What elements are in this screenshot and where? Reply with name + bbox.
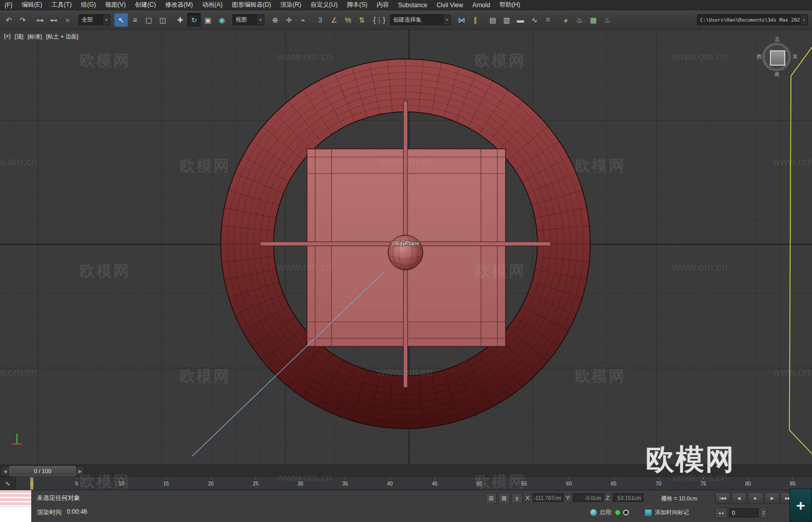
z-coordinate-field[interactable]: 53.151cm xyxy=(613,493,644,502)
curve-editor-icon[interactable]: ∿ xyxy=(528,13,541,27)
named-selection-sets-dropdown[interactable]: 创建选择集▾ xyxy=(390,14,451,25)
reference-coordinate-dropdown[interactable]: 视图▾ xyxy=(233,14,264,25)
absolute-offset-mode-toggle[interactable]: ± xyxy=(511,493,523,504)
render-production-icon[interactable]: ♨ xyxy=(601,13,614,27)
render-setup-icon[interactable]: ♨ xyxy=(573,13,586,27)
menu-item-tools[interactable]: 工具(T) xyxy=(47,0,76,10)
select-and-link-icon[interactable]: ⊶ xyxy=(33,13,47,27)
chevron-down-icon[interactable]: ▾ xyxy=(257,15,264,25)
chevron-down-icon[interactable]: ▾ xyxy=(800,15,807,25)
time-slider-prev-button[interactable]: ◀ xyxy=(1,467,9,476)
go-to-start-button[interactable]: |◀◀ xyxy=(715,492,730,504)
select-object-icon[interactable]: ↖ xyxy=(114,13,128,27)
time-tag[interactable]: 添加时间标记 xyxy=(645,509,689,516)
use-pivot-center-icon[interactable]: ⊕ xyxy=(268,13,282,27)
layer-explorer-icon[interactable]: ▥ xyxy=(500,13,513,27)
unlink-selection-icon[interactable]: ⊷ xyxy=(47,13,61,27)
menu-item-views[interactable]: 视图(V) xyxy=(101,0,130,10)
material-editor-icon[interactable]: ◕ xyxy=(559,13,572,27)
previous-frame-button[interactable]: ◀| xyxy=(731,492,747,504)
y-coordinate-field[interactable]: -0.0cm xyxy=(573,493,604,502)
menu-item-rendering[interactable]: 渲染(R) xyxy=(276,0,306,10)
angle-snap-icon[interactable]: ∠ xyxy=(327,13,341,27)
time-slider-track[interactable] xyxy=(85,465,812,476)
menu-item-customize[interactable]: 自定义(U) xyxy=(306,0,342,10)
menu-item-animation[interactable]: 动画(A) xyxy=(198,0,227,10)
menu-item-arnold[interactable]: Arnold xyxy=(468,0,495,10)
menu-item-file[interactable]: (F) xyxy=(0,0,17,10)
schematic-view-icon[interactable]: ⌗ xyxy=(542,13,555,27)
x-coordinate-field[interactable]: -111.787cm xyxy=(533,493,564,502)
select-and-scale-icon[interactable]: ▣ xyxy=(201,13,215,27)
viewcube-top-face[interactable] xyxy=(770,50,785,66)
menu-item-help[interactable]: 帮助(H) xyxy=(495,0,525,10)
selection-lock-toggle[interactable]: ⊠ xyxy=(498,493,510,504)
maxscript-mini-listener[interactable] xyxy=(0,490,32,522)
menu-item-group[interactable]: 组(G) xyxy=(76,0,101,10)
selection-filter-dropdown[interactable]: 全部▾ xyxy=(79,14,110,25)
selection-region-icon[interactable]: ▢ xyxy=(142,13,156,27)
menu-item-content[interactable]: 内容 xyxy=(372,0,394,10)
track-bar[interactable]: ∿ 0510152025303540455055606570758085 xyxy=(0,477,812,490)
viewport-shading-menu[interactable]: [粘土 + 边面] xyxy=(46,33,79,41)
redo-icon[interactable]: ↷ xyxy=(16,13,29,27)
edit-named-selection-sets-icon[interactable]: {⋮} xyxy=(373,13,386,27)
viewcube-west-label[interactable]: 西 xyxy=(757,53,762,61)
keyboard-shortcut-override-icon[interactable]: ⌁ xyxy=(296,13,310,27)
menu-item-scripting[interactable]: 脚本(S) xyxy=(342,0,372,10)
current-frame-field[interactable]: 0 xyxy=(729,508,759,517)
viewport-renderer-menu[interactable]: [标准] xyxy=(28,33,42,41)
viewport-general-menu[interactable]: [+] xyxy=(4,33,11,41)
time-slider-handle[interactable]: 0 / 100 xyxy=(9,466,76,476)
rendered-frame-window-icon[interactable]: ▦ xyxy=(587,13,600,27)
select-and-rotate-icon[interactable]: ↻ xyxy=(187,13,201,27)
next-frame-button[interactable]: |▶ xyxy=(764,492,780,504)
viewcube-north-label[interactable]: 北 xyxy=(775,36,780,43)
viewcube-east-label[interactable]: 东 xyxy=(792,53,798,61)
viewcube-compass-ring[interactable] xyxy=(762,43,791,71)
select-and-place-icon[interactable]: ◉ xyxy=(215,13,228,27)
select-and-manipulate-icon[interactable]: ✛ xyxy=(282,13,296,27)
snap-toggle-3d-icon[interactable]: 3 xyxy=(314,13,327,27)
enable-status: 启用: xyxy=(590,509,629,516)
isolate-selection-toggle[interactable]: ⊞ xyxy=(486,493,497,504)
select-by-name-icon[interactable]: ≡ xyxy=(128,13,142,27)
align-icon[interactable]: ∥ xyxy=(469,13,482,27)
menu-item-modifiers[interactable]: 修改器(M) xyxy=(161,0,198,10)
chevron-down-icon[interactable]: ▾ xyxy=(443,15,450,25)
scene-explorer-icon[interactable]: ▤ xyxy=(486,13,499,27)
macro-recorder-pane[interactable] xyxy=(0,490,31,506)
maximize-viewport-toggle[interactable]: + xyxy=(789,489,812,522)
enable-indicator-on-icon[interactable] xyxy=(615,510,621,515)
viewcube-south-label[interactable]: 南 xyxy=(775,71,780,78)
viewcube[interactable]: 北 南 东 西 xyxy=(759,36,796,78)
trackbar-ruler[interactable]: 0510152025303540455055606570758085 xyxy=(0,477,812,490)
ribbon-toggle-icon[interactable]: ▬ xyxy=(514,13,527,27)
frame-spinner[interactable]: ▴ ▾ xyxy=(760,508,767,518)
time-slider-next-button[interactable]: ▶ xyxy=(76,467,84,476)
time-tag-label[interactable]: 添加时间标记 xyxy=(655,509,689,516)
percent-snap-icon[interactable]: % xyxy=(341,13,355,27)
menu-item-create[interactable]: 创建(C) xyxy=(130,0,161,10)
select-and-move-icon[interactable]: ✚ xyxy=(173,13,187,27)
menu-item-substance[interactable]: Substance xyxy=(394,0,432,10)
project-path-dropdown[interactable]: C:\Users\Han\Documents\3ds Max 2022▾ xyxy=(697,14,808,25)
key-mode-toggle[interactable]: ◄► xyxy=(715,508,727,518)
listener-pane[interactable] xyxy=(0,506,31,522)
toolbar-group: ▤▥▬∿⌗ xyxy=(486,13,555,27)
viewport-top[interactable]: VRayPlane [+] [顶] [标准] [粘土 + 边面] 北 南 东 西 xyxy=(0,30,812,465)
enable-indicator-off-icon[interactable] xyxy=(623,510,629,515)
spinner-down-icon[interactable]: ▾ xyxy=(763,513,764,515)
bind-to-space-warp-icon[interactable]: ≈ xyxy=(61,13,74,27)
viewport-pov-menu[interactable]: [顶] xyxy=(15,33,24,41)
chevron-down-icon[interactable]: ▾ xyxy=(103,15,110,25)
play-button[interactable]: ▶ xyxy=(748,492,763,504)
undo-icon[interactable]: ↶ xyxy=(2,13,15,27)
enable-status-icon[interactable] xyxy=(590,509,597,516)
mirror-icon[interactable]: ⋈ xyxy=(455,13,468,27)
menu-item-civil-view[interactable]: Civil View xyxy=(432,0,468,10)
window-crossing-icon[interactable]: ◫ xyxy=(156,13,169,27)
spinner-snap-icon[interactable]: ⇅ xyxy=(355,13,369,27)
menu-item-graph-editors[interactable]: 图形编辑器(D) xyxy=(227,0,276,10)
menu-item-edit[interactable]: 编辑(E) xyxy=(17,0,47,10)
